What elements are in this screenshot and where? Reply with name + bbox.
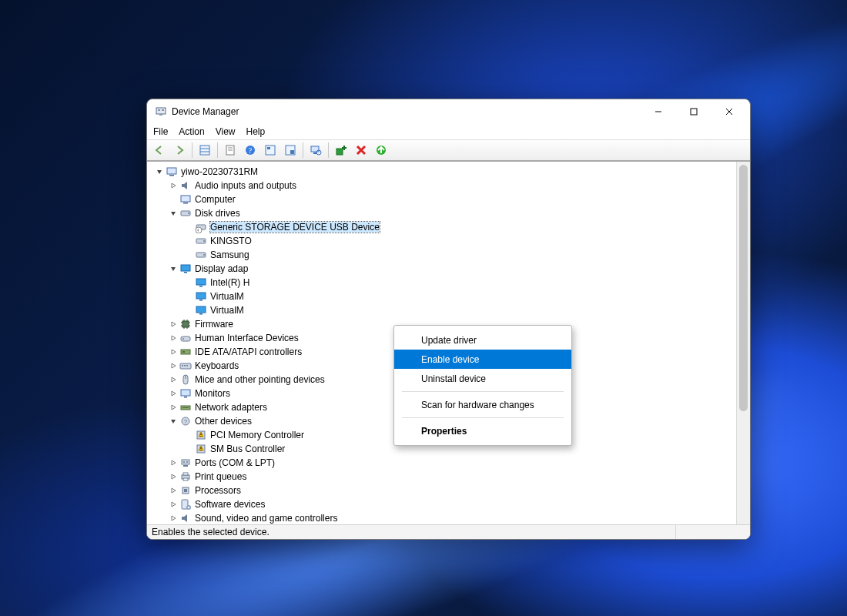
tree-item[interactable]: Sound, video and game controllers: [147, 511, 736, 524]
tree-item[interactable]: Display adap: [147, 262, 736, 276]
tree-item-label: Ports (COM & LPT): [195, 457, 275, 468]
expand-icon[interactable]: [169, 389, 178, 398]
tree-item[interactable]: Samsung: [147, 248, 736, 262]
computer-icon: [179, 193, 192, 206]
display-icon: [195, 290, 207, 303]
expand-icon[interactable]: [169, 486, 178, 495]
collapse-icon[interactable]: [169, 209, 178, 218]
collapse-icon[interactable]: [169, 264, 178, 273]
tree-item-label: VirtualM: [210, 305, 244, 316]
statusbar: Enables the selected device.: [147, 524, 750, 539]
show-all-icon[interactable]: [196, 141, 214, 159]
expand-icon[interactable]: [169, 500, 178, 509]
expand-icon[interactable]: [169, 375, 178, 384]
menu-item-update-driver[interactable]: Update driver: [394, 330, 571, 350]
tree-item[interactable]: Processors: [147, 484, 736, 497]
forward-icon[interactable]: [170, 141, 189, 159]
maximize-button[interactable]: [676, 99, 711, 124]
expand-icon[interactable]: [169, 361, 178, 370]
properties-icon[interactable]: [221, 141, 239, 159]
tree-item[interactable]: Computer: [147, 192, 736, 206]
expand-icon[interactable]: [169, 514, 178, 523]
scrollbar-thumb[interactable]: [739, 165, 748, 411]
help-icon[interactable]: ?: [241, 141, 259, 159]
menu-item-scan-for-hardware-changes[interactable]: Scan for hardware changes: [394, 395, 571, 414]
context-menu[interactable]: Update driverEnable deviceUninstall devi…: [393, 325, 572, 446]
menu-view[interactable]: View: [216, 126, 236, 137]
tree-item-label: Sound, video and game controllers: [195, 513, 337, 524]
tree-root[interactable]: yiwo-20230731RM: [147, 165, 736, 179]
svg-rect-28: [183, 203, 188, 204]
enable-icon[interactable]: [372, 141, 390, 159]
tree-item[interactable]: Disk drives: [147, 206, 736, 220]
svg-text:?: ?: [249, 146, 253, 155]
printer-icon: [179, 470, 192, 483]
status-spacer: [675, 525, 745, 539]
scrollbar[interactable]: [736, 162, 750, 524]
no-expand: [184, 430, 193, 440]
expand-icon[interactable]: [169, 181, 178, 190]
menu-separator: [402, 417, 564, 418]
back-icon[interactable]: [150, 141, 169, 159]
hid-icon: [179, 332, 192, 344]
menu-item-enable-device[interactable]: Enable device: [394, 350, 571, 369]
titlebar[interactable]: Device Manager: [147, 99, 750, 124]
expand-icon[interactable]: [169, 403, 178, 412]
tree-item[interactable]: VirtualM: [147, 303, 736, 317]
menu-item-uninstall-device[interactable]: Uninstall device: [394, 369, 571, 388]
svg-rect-27: [181, 196, 190, 202]
svg-rect-21: [313, 152, 316, 154]
menu-help[interactable]: Help: [246, 126, 266, 137]
expand-icon[interactable]: [169, 347, 178, 357]
disable-icon[interactable]: [352, 141, 370, 159]
svg-rect-25: [167, 168, 176, 174]
soft-icon: [179, 498, 192, 511]
svg-rect-48: [181, 350, 190, 354]
minimize-button[interactable]: [641, 99, 676, 124]
no-expand: [169, 195, 178, 204]
tree-item-label: Samsung: [210, 249, 249, 260]
tree-item-label: Generic STORAGE DEVICE USB Device: [210, 222, 380, 233]
add-driver-icon[interactable]: [332, 141, 350, 159]
close-button[interactable]: [711, 99, 747, 124]
tree-item[interactable]: Ports (COM & LPT): [147, 456, 736, 470]
tree-item[interactable]: Audio inputs and outputs: [147, 179, 736, 192]
svg-rect-39: [196, 279, 206, 285]
menu-action[interactable]: Action: [179, 126, 204, 137]
expand-icon[interactable]: [169, 320, 178, 329]
svg-rect-42: [199, 300, 203, 301]
window-title: Device Manager: [172, 106, 239, 117]
tree-item[interactable]: KINGSTO: [147, 234, 736, 248]
expand-icon[interactable]: [169, 472, 178, 481]
no-expand: [184, 306, 193, 315]
svg-rect-76: [184, 489, 187, 492]
tree-item[interactable]: Print queues: [147, 470, 736, 484]
tree-item[interactable]: VirtualM: [147, 290, 736, 303]
uninstall-icon[interactable]: [281, 141, 300, 159]
svg-rect-73: [183, 473, 188, 475]
collapse-icon[interactable]: [169, 417, 178, 426]
tree-item[interactable]: Intel(R) H: [147, 276, 736, 290]
mouse-icon: [179, 373, 192, 386]
app-icon: [155, 105, 167, 118]
collapse-icon[interactable]: [155, 167, 164, 176]
disk-disabled-icon: [195, 221, 207, 233]
menu-file[interactable]: File: [153, 126, 168, 137]
tree-item[interactable]: Generic STORAGE DEVICE USB Device: [147, 220, 736, 234]
svg-rect-2: [162, 109, 164, 111]
scan-hardware-icon[interactable]: [306, 141, 325, 159]
svg-rect-74: [183, 478, 188, 480]
expand-icon[interactable]: [169, 458, 178, 467]
tree-item-label: KINGSTO: [210, 236, 252, 246]
tree-item-label: Disk drives: [195, 208, 240, 219]
update-icon[interactable]: [261, 141, 280, 159]
tree-item-label: Audio inputs and outputs: [195, 180, 296, 191]
no-expand: [184, 444, 193, 454]
svg-rect-44: [199, 313, 203, 315]
menu-item-properties[interactable]: Properties: [394, 421, 571, 440]
expand-icon[interactable]: [169, 333, 178, 343]
tree-item-label: Computer: [195, 194, 236, 205]
svg-rect-8: [200, 146, 209, 155]
no-expand: [184, 223, 193, 232]
tree-item[interactable]: Software devices: [147, 497, 736, 511]
